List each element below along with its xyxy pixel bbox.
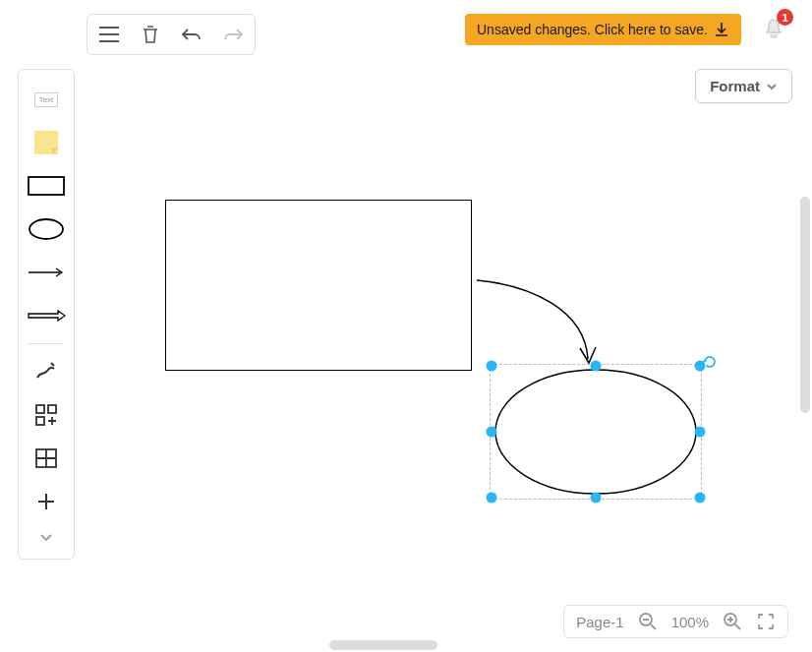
palette-table-icon[interactable] — [24, 439, 69, 478]
palette-arrow[interactable] — [24, 253, 69, 292]
menu-icon[interactable] — [97, 23, 121, 46]
redo-icon[interactable] — [221, 23, 245, 46]
svg-point-7 — [495, 370, 696, 494]
vertical-scrollbar[interactable] — [800, 197, 810, 413]
resize-handle-t[interactable] — [591, 361, 602, 372]
save-notice-text: Unsaved changes. Click here to save. — [477, 22, 708, 37]
resize-handle-b[interactable] — [591, 493, 602, 504]
download-icon — [714, 22, 729, 37]
notifications-button[interactable]: 1 — [759, 14, 788, 43]
canvas[interactable] — [0, 0, 812, 652]
format-button[interactable]: Format — [695, 69, 792, 103]
svg-point-2 — [29, 219, 63, 239]
resize-handle-tl[interactable] — [487, 361, 497, 372]
canvas-rectangle[interactable] — [165, 200, 472, 371]
palette-sticky-note[interactable] — [24, 123, 69, 162]
rotate-handle-icon[interactable] — [702, 354, 718, 373]
fullscreen-icon[interactable] — [756, 612, 776, 631]
resize-handle-l[interactable] — [487, 427, 497, 438]
save-notice[interactable]: Unsaved changes. Click here to save. — [465, 14, 741, 45]
canvas-ellipse-selected[interactable] — [492, 366, 700, 498]
resize-handle-br[interactable] — [695, 493, 706, 504]
svg-rect-3 — [36, 405, 44, 413]
top-toolbar — [87, 14, 256, 55]
page-label[interactable]: Page-1 — [576, 614, 623, 630]
notification-badge: 1 — [777, 9, 793, 26]
shape-palette: Text — [18, 69, 75, 560]
palette-plus-icon[interactable] — [24, 482, 69, 521]
resize-handle-r[interactable] — [695, 427, 706, 438]
palette-divider — [29, 343, 64, 344]
svg-rect-1 — [29, 177, 64, 195]
palette-thick-arrow[interactable] — [24, 296, 69, 335]
palette-freehand-icon[interactable] — [24, 352, 69, 391]
horizontal-scrollbar[interactable] — [329, 640, 437, 650]
zoom-level[interactable]: 100% — [671, 614, 709, 630]
chevron-down-icon — [766, 83, 778, 90]
svg-rect-4 — [36, 417, 44, 425]
zoom-in-icon[interactable] — [723, 612, 742, 631]
palette-text[interactable]: Text — [24, 80, 69, 119]
undo-icon[interactable] — [180, 23, 203, 46]
status-bar: Page-1 100% — [563, 605, 788, 638]
palette-rectangle[interactable] — [24, 166, 69, 206]
format-label: Format — [710, 78, 760, 94]
trash-icon[interactable] — [139, 23, 162, 46]
svg-rect-5 — [48, 405, 56, 413]
palette-ellipse[interactable] — [24, 209, 69, 249]
resize-handle-bl[interactable] — [487, 493, 497, 504]
palette-expand-icon[interactable] — [24, 525, 69, 549]
palette-text-label: Text — [34, 92, 59, 107]
zoom-out-icon[interactable] — [638, 612, 658, 631]
palette-add-shape-icon[interactable] — [24, 395, 69, 435]
